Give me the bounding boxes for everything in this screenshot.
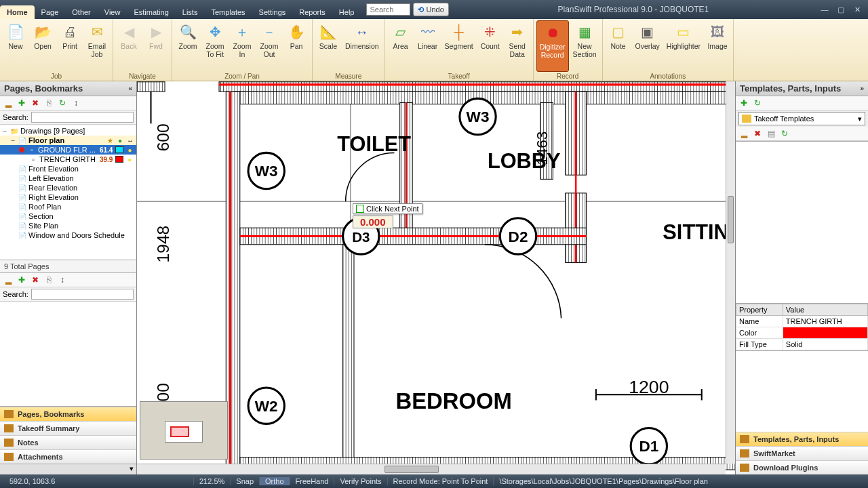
scrollbar-horizontal[interactable] bbox=[137, 464, 726, 474]
left-more-icon[interactable]: ▾ bbox=[0, 464, 136, 474]
accordion-attachments[interactable]: Attachments bbox=[0, 449, 136, 464]
undo-button[interactable]: ⟲ Undo bbox=[413, 3, 448, 16]
print-button[interactable]: 🖨Print bbox=[57, 20, 83, 72]
prop-row[interactable]: Fill TypeSolid bbox=[736, 339, 868, 350]
tree-floor-plan[interactable]: −📄 Floor plan ★ ● ↔ bbox=[0, 136, 136, 145]
tree-page[interactable]: 📄Site Plan bbox=[0, 221, 136, 230]
dimension-button[interactable]: ↔Dimension bbox=[342, 20, 382, 72]
tool-folder-icon[interactable]: ▂ bbox=[3, 98, 14, 108]
tab-home[interactable]: Home bbox=[0, 5, 35, 19]
open-button[interactable]: 📂Open bbox=[30, 20, 56, 72]
area-button[interactable]: ▱Area bbox=[388, 20, 414, 72]
tab-view[interactable]: View bbox=[98, 5, 127, 19]
status-toggle-snap[interactable]: Snap bbox=[231, 477, 260, 485]
count-button[interactable]: ⁜Count bbox=[477, 20, 503, 72]
tab-estimating[interactable]: Estimating bbox=[127, 5, 175, 19]
accordion-takeoff-summary[interactable]: Takeoff Summary bbox=[0, 421, 136, 435]
new-section-button[interactable]: ▦New Section bbox=[570, 20, 599, 72]
collapse-right-icon[interactable]: » bbox=[860, 85, 864, 92]
zoom-out-button[interactable]: －Zoom Out bbox=[256, 20, 282, 72]
tool-sort-icon[interactable]: ↕ bbox=[57, 274, 68, 285]
tree-page[interactable]: 📄Roof Plan bbox=[0, 202, 136, 211]
accordion-download-plugins[interactable]: Download Plugins bbox=[736, 460, 868, 474]
tree-page[interactable]: 📄Rear Elevation bbox=[0, 183, 136, 192]
pages-tree[interactable]: −📁 Drawings [9 Pages] −📄 Floor plan ★ ● … bbox=[0, 125, 136, 260]
image-button[interactable]: 🖼Image bbox=[705, 20, 730, 72]
tab-templates[interactable]: Templates bbox=[204, 5, 252, 19]
collapse-left-icon[interactable]: « bbox=[128, 85, 132, 92]
tree-page[interactable]: 📄Window and Doors Schedule bbox=[0, 230, 136, 240]
zoom-in-button[interactable]: ＋Zoom In bbox=[229, 20, 255, 72]
tool-refresh-icon[interactable]: ↻ bbox=[752, 98, 763, 108]
minimap[interactable] bbox=[140, 401, 228, 460]
properties-grid[interactable]: Property Value NameTRENCH GIRTHColorFill… bbox=[736, 304, 868, 350]
tool-delete-icon[interactable]: ✖ bbox=[30, 98, 41, 108]
zoom-fit-button[interactable]: ✥Zoom To Fit bbox=[202, 20, 228, 72]
accordion-swiftmarket[interactable]: SwiftMarket bbox=[736, 446, 868, 460]
tab-lists[interactable]: Lists bbox=[176, 5, 205, 19]
tree-page[interactable]: 📄Section bbox=[0, 211, 136, 221]
close-button[interactable]: ✕ bbox=[850, 4, 864, 15]
maximize-button[interactable]: ▢ bbox=[834, 4, 848, 15]
status-toggle-ortho[interactable]: Ortho bbox=[260, 477, 290, 485]
digitizer-button[interactable]: ⏺Digitizer Record bbox=[536, 20, 569, 72]
scrollbar-vertical[interactable] bbox=[726, 81, 735, 464]
tool-sort-icon[interactable]: ↕ bbox=[71, 98, 81, 108]
tree-root[interactable]: −📁 Drawings [9 Pages] bbox=[0, 126, 136, 136]
tab-reports[interactable]: Reports bbox=[292, 5, 332, 19]
tool-delete-icon[interactable]: ✖ bbox=[30, 274, 41, 285]
segment-button[interactable]: ┼Segment bbox=[442, 20, 476, 72]
tree-ground-flr[interactable]: ▫ GROUND FLR ... 61.4 ● bbox=[0, 145, 136, 155]
tool-add-icon[interactable]: ✚ bbox=[16, 98, 27, 108]
linear-button[interactable]: 〰Linear bbox=[415, 20, 441, 72]
new-button[interactable]: 📄New bbox=[3, 20, 28, 72]
tree-trench-girth[interactable]: ▫ TRENCH GIRTH 39.9 ● bbox=[0, 155, 136, 164]
tab-settings[interactable]: Settings bbox=[252, 5, 293, 19]
tool-folder-icon[interactable]: ▂ bbox=[3, 274, 14, 285]
tool-delete-icon[interactable]: ✖ bbox=[752, 128, 763, 139]
highlighter-button[interactable]: ▭Highlighter bbox=[664, 20, 703, 72]
email-job-button[interactable]: ✉Email Job bbox=[84, 20, 110, 72]
overlay-label: Overlay bbox=[635, 43, 660, 51]
minimize-button[interactable]: — bbox=[818, 4, 831, 15]
tool-copy-icon[interactable]: ⎘ bbox=[43, 98, 54, 108]
note-button[interactable]: ▢Note bbox=[606, 20, 631, 72]
tree-page[interactable]: 📄Left Elevation bbox=[0, 174, 136, 183]
tool-props-icon[interactable]: ▤ bbox=[766, 128, 776, 139]
prop-row[interactable]: Color bbox=[736, 327, 868, 339]
status-toggle-verify-points[interactable]: Verify Points bbox=[334, 477, 387, 485]
scale-button[interactable]: 📐Scale bbox=[315, 20, 341, 72]
accordion-notes[interactable]: Notes bbox=[0, 435, 136, 449]
status-bar: 592.0, 1063.6 212.5% SnapOrthoFreeHandVe… bbox=[0, 474, 868, 488]
tool-refresh-icon[interactable]: ↻ bbox=[57, 98, 68, 108]
drawing-canvas[interactable]: W3 W3 D2 D3 W2 D1 TOILET LOBBY BEDROOM S… bbox=[137, 81, 735, 474]
accordion-icon bbox=[740, 435, 749, 443]
tab-help[interactable]: Help bbox=[332, 5, 361, 19]
zoom-out-icon: － bbox=[260, 22, 279, 41]
status-toggle-freehand[interactable]: FreeHand bbox=[290, 477, 335, 485]
tool-refresh-icon[interactable]: ↻ bbox=[779, 128, 790, 139]
accordion-pages-bookmarks[interactable]: Pages, Bookmarks bbox=[0, 407, 136, 421]
tool-folder-icon[interactable]: ▂ bbox=[738, 128, 749, 139]
tab-other[interactable]: Other bbox=[65, 5, 98, 19]
tree-page[interactable]: 📄Right Elevation bbox=[0, 192, 136, 202]
tab-page[interactable]: Page bbox=[35, 5, 66, 19]
svg-text:TOILET: TOILET bbox=[337, 132, 411, 156]
send-data-button[interactable]: ➡Send Data bbox=[505, 20, 530, 72]
templates-combo[interactable]: Takeoff Templates ▾ bbox=[738, 112, 865, 125]
ribbon: 📄New📂Open🖨Print✉Email JobJob◀Back▶FwdNav… bbox=[0, 19, 868, 81]
undo-icon: ⟲ bbox=[418, 5, 424, 14]
tool-copy-icon[interactable]: ⎘ bbox=[43, 274, 54, 285]
pages-search-input-2[interactable] bbox=[31, 289, 134, 300]
prop-row[interactable]: NameTRENCH GIRTH bbox=[736, 316, 868, 327]
quick-search-input[interactable] bbox=[366, 3, 410, 16]
pages-toolbar: ▂ ✚ ✖ ⎘ ↻ ↕ bbox=[0, 96, 136, 110]
pages-search-input[interactable] bbox=[31, 112, 134, 123]
accordion-templates-parts-inputs[interactable]: Templates, Parts, Inputs bbox=[736, 432, 868, 446]
tool-add-icon[interactable]: ✚ bbox=[16, 274, 27, 285]
pan-button[interactable]: ✋Pan bbox=[283, 20, 309, 72]
tree-page[interactable]: 📄Front Elevation bbox=[0, 164, 136, 174]
tool-add-icon[interactable]: ✚ bbox=[738, 98, 749, 108]
overlay-button[interactable]: ▣Overlay bbox=[633, 20, 663, 72]
zoom-button[interactable]: 🔍Zoom bbox=[175, 20, 201, 72]
